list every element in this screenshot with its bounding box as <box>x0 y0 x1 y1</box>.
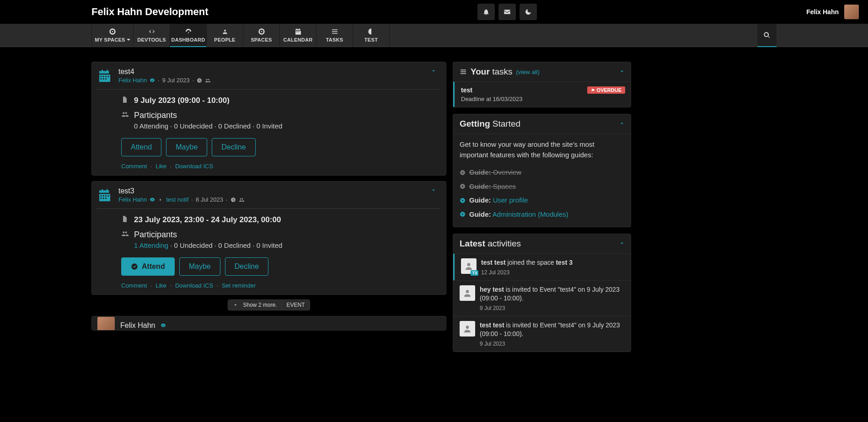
getting-started-title-rest: Started <box>493 119 520 128</box>
chevron-down-icon <box>430 187 437 193</box>
card-menu-toggle[interactable] <box>430 68 439 77</box>
contrast-icon <box>368 28 375 35</box>
task-item[interactable]: test Deadline at 16/03/2023 OVERDUE <box>453 82 631 107</box>
event-space[interactable]: test notif <box>166 196 188 203</box>
view-all-link[interactable]: (view all) <box>516 69 540 75</box>
attend-button-selected[interactable]: Attend <box>121 257 175 276</box>
show-more-button[interactable]: Show 2 more. EVENT <box>228 299 310 310</box>
event-author[interactable]: Felix Hahn <box>118 77 147 84</box>
card-menu-toggle[interactable] <box>430 187 439 196</box>
activity-text: test test is invited to Event "test4" on… <box>480 321 624 339</box>
caret-down-icon <box>127 39 130 41</box>
participants-label: Participants <box>134 230 282 240</box>
person-icon <box>463 288 472 298</box>
maybe-button[interactable]: Maybe <box>166 138 207 156</box>
comment-link[interactable]: Comment <box>121 163 147 170</box>
nav-calendar-label: CALENDAR <box>283 37 312 43</box>
widget-collapse-toggle[interactable] <box>619 239 625 249</box>
peek-author[interactable]: Felix Hahn <box>120 321 155 330</box>
activity-item[interactable]: test test is invited to Event "test4" on… <box>453 316 631 352</box>
side-column: Your tasks (view all) test Deadline at 1… <box>453 62 631 352</box>
event-author[interactable]: Felix Hahn <box>118 196 147 203</box>
navbar: MY SPACES DEVTOOLS DASHBOARD PEOPLE SPAC… <box>0 24 868 47</box>
set-reminder-link[interactable]: Set reminder <box>222 282 256 289</box>
attending-link[interactable]: 1 Attending <box>134 241 168 249</box>
play-circle-icon <box>460 170 466 176</box>
nav-search[interactable] <box>757 24 777 47</box>
user-menu[interactable]: Felix Hahn <box>806 8 839 16</box>
people-icon <box>239 197 244 203</box>
widget-collapse-toggle[interactable] <box>619 67 625 77</box>
notifications-button[interactable] <box>477 4 495 20</box>
verified-icon <box>150 78 155 83</box>
nav-devtools[interactable]: DEVTOOLS <box>134 24 170 47</box>
file-icon <box>121 215 129 223</box>
people-icon <box>121 111 129 118</box>
nav-my-spaces[interactable]: MY SPACES <box>91 24 134 47</box>
nav-test[interactable]: TEST <box>353 24 390 47</box>
topbar-center <box>209 4 807 20</box>
activities-title-rest: activities <box>488 239 521 248</box>
event-card: test4 Felix Hahn · 9 Jul 2023 · <box>91 62 446 176</box>
widget-collapse-toggle[interactable] <box>619 119 625 129</box>
tasks-widget-title-bold: Your <box>471 67 490 76</box>
activity-text: test test joined the space test 3 <box>481 258 573 267</box>
event-meta: Felix Hahn test notif · 8 Jul 2023 · <box>118 196 244 203</box>
avatar[interactable] <box>460 285 475 301</box>
decline-button[interactable]: Decline <box>225 257 268 276</box>
nav-people[interactable]: PEOPLE <box>207 24 243 47</box>
like-link[interactable]: Like <box>155 282 166 289</box>
nav-dashboard[interactable]: DASHBOARD <box>170 24 207 47</box>
avatar[interactable] <box>97 317 115 331</box>
activity-time: 9 Jul 2023 <box>480 305 624 311</box>
nav-spaces[interactable]: SPACES <box>243 24 280 47</box>
verified-icon <box>150 197 155 203</box>
participants-label: Participants <box>134 111 282 120</box>
attend-button[interactable]: Attend <box>121 138 161 156</box>
play-circle-icon <box>460 183 466 189</box>
nav-people-label: PEOPLE <box>214 37 235 43</box>
guide-item[interactable]: Guide: Administration (Modules) <box>460 208 624 222</box>
calendar-icon <box>295 28 302 35</box>
avatar[interactable] <box>844 5 859 19</box>
show-more-tag: EVENT <box>282 302 305 308</box>
file-icon <box>121 96 129 103</box>
event-when: 23 July 2023, 23:00 - 24 July 2023, 00:0… <box>134 215 281 224</box>
like-link[interactable]: Like <box>155 163 166 170</box>
comment-link[interactable]: Comment <box>121 282 147 289</box>
activity-item[interactable]: T3 test test joined the space test 3 12 … <box>453 254 631 280</box>
guide-item[interactable]: Guide: Overview <box>460 166 624 180</box>
avatar[interactable] <box>460 321 475 337</box>
nav-tasks[interactable]: TASKS <box>316 24 353 47</box>
envelope-icon <box>504 8 511 16</box>
moon-icon <box>525 8 532 16</box>
site-title[interactable]: Felix Hahn Development <box>91 6 209 18</box>
guide-item[interactable]: Guide: Spaces <box>460 180 624 194</box>
calendar-icon <box>97 188 112 203</box>
bell-icon <box>482 8 490 16</box>
verified-icon <box>161 323 166 328</box>
maybe-button[interactable]: Maybe <box>179 257 220 276</box>
event-title[interactable]: test4 <box>118 68 210 76</box>
nav-spaces-label: SPACES <box>251 37 272 43</box>
avatar[interactable]: T3 <box>461 258 477 274</box>
download-ics-link[interactable]: Download ICS <box>175 163 213 170</box>
activity-item[interactable]: hey test is invited to Event "test4" on … <box>453 280 631 316</box>
event-when: 9 July 2023 (09:00 - 10:00) <box>134 96 230 105</box>
event-title[interactable]: test3 <box>118 187 244 195</box>
tasks-widget: Your tasks (view all) test Deadline at 1… <box>453 62 631 107</box>
getting-started-widget: Getting Started Get to know your way aro… <box>453 114 631 227</box>
decline-button[interactable]: Decline <box>212 138 255 156</box>
event-date: 8 Jul 2023 <box>196 196 223 203</box>
theme-button[interactable] <box>520 4 537 20</box>
topbar-right: Felix Hahn <box>806 5 859 19</box>
search-icon <box>763 32 771 39</box>
download-ics-link[interactable]: Download ICS <box>175 282 213 289</box>
guide-item[interactable]: Guide: User profile <box>460 193 624 208</box>
target-icon <box>258 28 265 35</box>
post-card-peek: Felix Hahn <box>91 316 446 331</box>
chevron-down-icon <box>619 240 625 246</box>
messages-button[interactable] <box>498 4 516 20</box>
chevron-down-icon <box>619 120 625 127</box>
nav-calendar[interactable]: CALENDAR <box>280 24 316 47</box>
